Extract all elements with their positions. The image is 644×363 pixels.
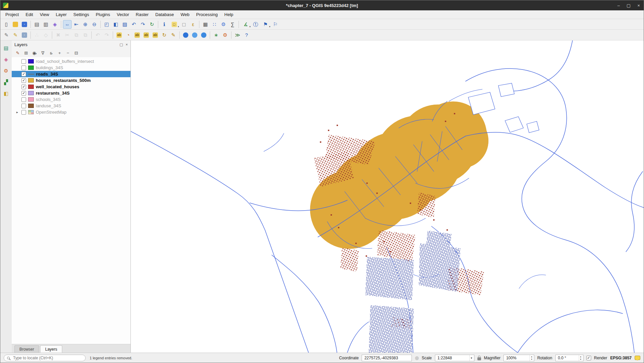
- vertex-tool-icon[interactable]: ◇: [41, 31, 50, 39]
- pin-labels-icon[interactable]: ab: [133, 31, 142, 39]
- layer-visibility-checkbox[interactable]: [21, 85, 26, 89]
- magnifier-input[interactable]: [505, 355, 530, 361]
- menu-project[interactable]: Project: [2, 11, 22, 18]
- zoom-full-icon[interactable]: ◰: [102, 20, 111, 29]
- open-attribute-table-icon[interactable]: ▦: [201, 20, 210, 29]
- add-group-icon[interactable]: ⊞: [23, 50, 29, 55]
- layer-row-landuse-34s[interactable]: landuse_34S: [12, 103, 130, 109]
- map-tips-icon[interactable]: ⓣ: [251, 20, 260, 29]
- pan-to-selection-icon[interactable]: ⇤: [72, 20, 81, 29]
- tab-browser[interactable]: Browser: [14, 345, 39, 353]
- identify-features-icon[interactable]: ℹ: [160, 20, 169, 29]
- statistical-summary-icon[interactable]: ∑: [228, 20, 237, 29]
- manage-map-themes-icon[interactable]: ◉▾: [31, 50, 37, 55]
- add-feature-icon[interactable]: ∴: [32, 31, 41, 39]
- undo-icon[interactable]: ↶: [93, 31, 102, 39]
- layer-row-houses-restaurants-500m[interactable]: houses_restaurants_500m: [12, 77, 130, 84]
- coordinate-input[interactable]: [364, 355, 411, 361]
- render-checkbox[interactable]: [586, 356, 591, 360]
- menu-edit[interactable]: Edit: [22, 11, 36, 18]
- redo-icon[interactable]: ↷: [102, 31, 111, 39]
- layer-visibility-checkbox[interactable]: [21, 72, 26, 77]
- spin-arrows-icon[interactable]: ▴▾: [530, 355, 533, 361]
- lock-scale-icon[interactable]: [477, 357, 481, 360]
- tab-layers[interactable]: Layers: [40, 345, 62, 353]
- zoom-out-icon[interactable]: ⊖: [90, 20, 99, 29]
- grass-panel-icon[interactable]: ▞: [2, 79, 10, 86]
- deselect-features-icon[interactable]: ◻: [180, 20, 188, 29]
- copy-features-icon[interactable]: ⧉: [72, 31, 81, 39]
- zoom-in-icon[interactable]: ⊕: [81, 20, 90, 29]
- delete-selected-icon[interactable]: ✖: [54, 31, 63, 39]
- style-manager-icon[interactable]: ◈: [51, 20, 59, 29]
- menu-database[interactable]: Database: [152, 11, 177, 18]
- layer-row-restaurants-34s[interactable]: restaurants_34S: [12, 90, 130, 96]
- rotation-spinbox[interactable]: ▴▾: [555, 355, 583, 361]
- log-messages-icon[interactable]: [635, 356, 640, 360]
- filter-by-expression-icon[interactable]: ε▾: [48, 50, 54, 55]
- menu-layer[interactable]: Layer: [53, 11, 70, 18]
- crs-indicator[interactable]: EPSG:3857: [610, 356, 632, 360]
- layer-diagram-icon[interactable]: ◔: [124, 31, 132, 39]
- filter-legend-icon[interactable]: ∇: [40, 50, 46, 55]
- minimize-button[interactable]: –: [614, 0, 624, 10]
- paste-features-icon[interactable]: ⧉: [81, 31, 90, 39]
- processing-panel-icon[interactable]: ⚙: [2, 67, 10, 75]
- new-project-icon[interactable]: ▯: [2, 20, 11, 29]
- web-services-icon[interactable]: [199, 31, 208, 39]
- annotations-panel-icon[interactable]: ◧: [2, 90, 10, 97]
- rotation-input[interactable]: [557, 355, 579, 361]
- menu-processing[interactable]: Processing: [193, 11, 220, 18]
- chevron-down-icon[interactable]: ▾: [469, 355, 473, 361]
- scale-input[interactable]: [437, 355, 469, 361]
- layer-visibility-checkbox[interactable]: [21, 97, 26, 102]
- zoom-to-selection-icon[interactable]: ◧: [111, 20, 120, 29]
- map-canvas[interactable]: [131, 40, 644, 353]
- metasearch-icon[interactable]: [181, 31, 190, 39]
- layer-row-schools-34s[interactable]: schools_34S: [12, 96, 130, 103]
- magnifier-spinbox[interactable]: ▴▾: [503, 355, 534, 361]
- layer-row-well-located-houses[interactable]: well_located_houses: [12, 84, 130, 90]
- toggle-editing-icon[interactable]: ✎: [11, 31, 20, 39]
- change-label-icon[interactable]: ✎: [169, 31, 178, 39]
- menu-view[interactable]: View: [37, 11, 52, 18]
- toggle-extents-icon[interactable]: ◎: [415, 355, 419, 360]
- spin-arrows-icon[interactable]: ▴▾: [579, 355, 582, 361]
- locate-input[interactable]: [12, 355, 82, 361]
- close-panel-button[interactable]: ×: [126, 42, 128, 47]
- current-edits-icon[interactable]: ✎: [2, 31, 11, 39]
- layer-row-buildings-34s[interactable]: buildings_34S: [12, 65, 130, 71]
- layer-row-openstreetmap[interactable]: ▸OpenStreetMap: [12, 109, 130, 115]
- maximize-button[interactable]: ▢: [624, 0, 634, 10]
- layer-visibility-checkbox[interactable]: [21, 66, 26, 70]
- layer-styling-panel-icon[interactable]: ◈: [2, 56, 10, 63]
- cut-features-icon[interactable]: ✂: [63, 31, 72, 39]
- measure-line-icon[interactable]: ∡▾: [241, 20, 251, 29]
- scale-combo[interactable]: ▾: [435, 355, 474, 361]
- menu-plugins[interactable]: Plugins: [93, 11, 113, 18]
- menu-vector[interactable]: Vector: [114, 11, 132, 18]
- processing-toolbox-icon[interactable]: ⚙: [219, 20, 228, 29]
- expand-all-icon[interactable]: +: [57, 50, 63, 55]
- layer-visibility-checkbox[interactable]: [21, 78, 26, 83]
- save-layer-edits-icon[interactable]: ▫: [20, 31, 29, 39]
- python-console-icon[interactable]: ≫: [233, 31, 242, 39]
- zoom-last-icon[interactable]: ↶: [129, 20, 138, 29]
- help-contents-icon[interactable]: ?: [242, 31, 251, 39]
- menu-help[interactable]: Help: [221, 11, 237, 18]
- zoom-to-layer-icon[interactable]: ▨: [120, 20, 129, 29]
- expand-arrow-icon[interactable]: ▸: [15, 110, 19, 114]
- menu-raster[interactable]: Raster: [133, 11, 152, 18]
- layer-visibility-checkbox[interactable]: [21, 59, 26, 64]
- close-button[interactable]: ×: [634, 0, 644, 10]
- layer-visibility-checkbox[interactable]: [21, 110, 26, 115]
- layer-row-road-school-buffers-intersect[interactable]: road_school_buffers_intersect: [12, 58, 130, 65]
- show-bookmarks-icon[interactable]: ⚐: [271, 20, 280, 29]
- field-calculator-icon[interactable]: ∷: [210, 20, 219, 29]
- remove-layer-icon[interactable]: ⊟: [73, 50, 79, 55]
- select-features-icon[interactable]: ◻▾: [169, 20, 179, 29]
- layer-labeling-icon[interactable]: ab: [115, 31, 123, 39]
- move-label-icon[interactable]: ab: [151, 31, 160, 39]
- float-panel-button[interactable]: ▢: [119, 42, 123, 47]
- layer-row-roads-34s[interactable]: roads_34S: [12, 71, 130, 77]
